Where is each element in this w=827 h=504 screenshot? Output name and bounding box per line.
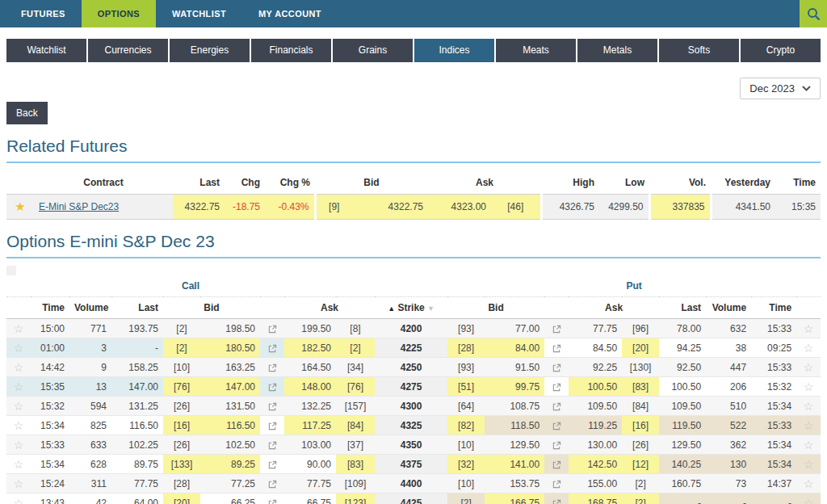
category-tab-bar: WatchlistCurrenciesEnergiesFinancialsGra… (6, 39, 821, 62)
watch-star-icon[interactable]: ☆ (796, 338, 821, 358)
tab-currencies[interactable]: Currencies (88, 39, 168, 62)
back-button[interactable]: Back (6, 102, 48, 124)
put-ask-cell: 92.25 (569, 358, 622, 377)
call-external-link-icon[interactable] (260, 474, 284, 494)
call-external-link-icon[interactable] (260, 338, 284, 358)
call-external-link-icon[interactable] (260, 377, 284, 397)
put-external-link-icon[interactable] (544, 474, 569, 494)
watch-star-icon[interactable]: ☆ (796, 358, 821, 377)
watch-star-icon[interactable]: ☆ (6, 319, 31, 338)
put-ask-cell: 84.50 (569, 338, 622, 358)
put-bid-cell: 99.75 (485, 377, 544, 397)
watch-star-icon[interactable]: ☆ (796, 416, 821, 435)
call-ask-cell: 103.00 (284, 435, 336, 455)
nav-futures[interactable]: FUTURES (5, 0, 82, 27)
put-bid-size-cell: [28] (447, 338, 485, 358)
watch-star-icon[interactable]: ☆ (6, 377, 31, 397)
strike-header[interactable]: ▲ Strike ▼ (375, 297, 447, 319)
watch-star-icon[interactable]: ☆ (6, 435, 31, 455)
tab-crypto[interactable]: Crypto (741, 39, 821, 62)
call-external-link-icon[interactable] (260, 494, 284, 504)
put-external-link-icon[interactable] (544, 435, 569, 455)
put-external-link-icon[interactable] (544, 494, 569, 504)
nav-options[interactable]: OPTIONS (82, 0, 156, 27)
tab-energies[interactable]: Energies (170, 39, 250, 62)
watch-star-icon[interactable]: ☆ (796, 319, 821, 338)
strike-cell: 4275 (375, 377, 447, 397)
watch-star-icon[interactable]: ☆ (6, 494, 31, 504)
put-volume-cell: 130 (706, 455, 751, 474)
tab-meats[interactable]: Meats (496, 39, 576, 62)
call-ask-size-cell: [83] (336, 455, 375, 474)
put-time-cell: - (751, 494, 796, 504)
put-last-cell: 94.25 (659, 338, 706, 358)
sort-desc-icon[interactable]: ▼ (427, 304, 434, 313)
put-last-cell: 160.75 (659, 474, 706, 494)
low-cell: 4299.50 (599, 195, 649, 220)
col-yesterday: Yesterday (711, 171, 775, 195)
call-time-cell: 15:34 (31, 416, 69, 435)
watch-star-icon[interactable]: ☆ (6, 338, 31, 358)
put-volume-header: Volume (706, 297, 751, 319)
tab-grains[interactable]: Grains (333, 39, 413, 62)
related-futures-header-row: Contract Last Chg Chg % Bid Ask High Low… (6, 171, 821, 195)
contract-link[interactable]: E-Mini S&P Dec23 (39, 201, 119, 212)
sort-asc-icon[interactable]: ▲ (388, 304, 395, 313)
call-ask-cell: 199.50 (284, 319, 336, 338)
search-button[interactable] (800, 0, 827, 27)
put-volume-cell: 362 (706, 435, 751, 455)
call-time-cell: 01:00 (31, 338, 69, 358)
put-bid-cell: 84.00 (485, 338, 544, 358)
tab-softs[interactable]: Softs (659, 39, 739, 62)
watch-star-icon[interactable]: ☆ (6, 474, 31, 494)
put-external-link-icon[interactable] (544, 377, 569, 397)
tab-watchlist[interactable]: Watchlist (6, 39, 86, 62)
watch-star-icon[interactable]: ☆ (796, 377, 821, 397)
call-bid-cell: 89.25 (200, 455, 260, 474)
put-ask-size-cell: [20] (622, 338, 659, 358)
watch-star-icon[interactable]: ☆ (796, 455, 821, 474)
call-bid-cell: 163.25 (200, 358, 260, 377)
put-external-link-icon[interactable] (544, 416, 569, 435)
top-navigation: FUTURESOPTIONSWATCHLISTMY ACCOUNT (0, 0, 827, 27)
options-row: ☆15:3513147.00[76]147.00148.00[76]4275[5… (6, 377, 821, 397)
put-external-link-icon[interactable] (544, 358, 569, 377)
call-external-link-icon[interactable] (260, 397, 284, 416)
put-external-link-icon[interactable] (544, 455, 569, 474)
options-row: ☆15:2431177.75[28]77.2577.75[109]4400[10… (6, 474, 821, 494)
tab-financials[interactable]: Financials (251, 39, 331, 62)
options-title: Options E-mini S&P Dec 23 (6, 232, 821, 258)
strike-cell: 4200 (375, 319, 447, 338)
watch-star-icon[interactable]: ☆ (6, 397, 31, 416)
call-bid-cell: 102.50 (200, 435, 260, 455)
call-time-header: Time (31, 297, 69, 319)
watch-star-icon[interactable]: ☆ (796, 435, 821, 455)
put-external-link-icon[interactable] (544, 338, 569, 358)
call-time-cell: 15:34 (31, 455, 69, 474)
call-external-link-icon[interactable] (260, 435, 284, 455)
call-volume-cell: 13 (69, 377, 111, 397)
watch-star-icon[interactable]: ☆ (6, 455, 31, 474)
nav-my-account[interactable]: MY ACCOUNT (242, 0, 338, 27)
put-bid-size-cell: [10] (447, 474, 485, 494)
watch-star-icon[interactable]: ☆ (796, 397, 821, 416)
call-external-link-icon[interactable] (260, 358, 284, 377)
call-external-link-icon[interactable] (260, 455, 284, 474)
watch-star-icon[interactable]: ☆ (796, 494, 821, 504)
col-ask: Ask (428, 171, 541, 195)
watch-star-icon[interactable]: ☆ (6, 358, 31, 377)
expiry-selector[interactable]: Dec 2023 (740, 78, 821, 99)
put-external-link-icon[interactable] (544, 397, 569, 416)
watch-star-icon[interactable]: ☆ (6, 416, 31, 435)
nav-watchlist[interactable]: WATCHLIST (156, 0, 242, 27)
watch-star-icon[interactable]: ☆ (796, 474, 821, 494)
call-external-link-icon[interactable] (260, 416, 284, 435)
call-last-cell: 89.75 (111, 455, 163, 474)
put-ask-cell: 119.25 (569, 416, 622, 435)
favorite-star-icon[interactable]: ★ (6, 195, 34, 220)
tab-indices[interactable]: Indices (414, 39, 494, 62)
put-external-link-icon[interactable] (544, 319, 569, 338)
tab-metals[interactable]: Metals (577, 39, 657, 62)
call-external-link-icon[interactable] (260, 319, 284, 338)
call-time-cell: 15:35 (31, 377, 69, 397)
